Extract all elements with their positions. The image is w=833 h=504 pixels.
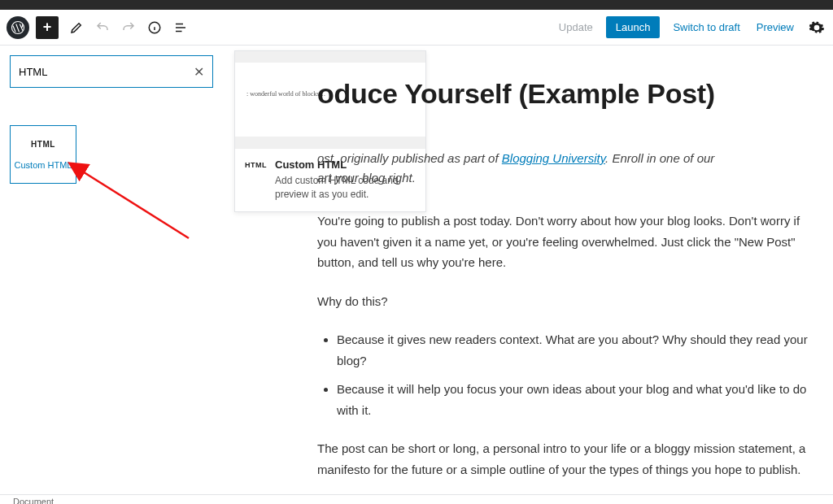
redo-icon[interactable] bbox=[117, 16, 140, 39]
blogging-university-link[interactable]: Blogging University bbox=[502, 151, 605, 165]
list-item[interactable]: Because it gives new readers context. Wh… bbox=[337, 329, 809, 371]
editor-canvas[interactable]: oduce Yourself (Example Post) ost, origi… bbox=[223, 46, 833, 494]
edit-icon[interactable] bbox=[65, 16, 88, 39]
post-title[interactable]: oduce Yourself (Example Post) bbox=[317, 78, 809, 110]
undo-icon[interactable] bbox=[91, 16, 114, 39]
update-button: Update bbox=[551, 21, 601, 33]
paragraph[interactable]: You're going to publish a post today. Do… bbox=[317, 211, 809, 273]
browser-chrome bbox=[0, 0, 833, 10]
settings-icon[interactable] bbox=[807, 18, 826, 37]
bullet-list[interactable]: Because it gives new readers context. Wh… bbox=[337, 329, 809, 420]
intro-text-2: . Enroll in one of our bbox=[605, 151, 714, 165]
block-inserter-panel: ✕ HTML Custom HTML bbox=[0, 46, 223, 193]
paragraph[interactable]: Why do this? bbox=[317, 291, 809, 312]
outline-icon[interactable] bbox=[169, 16, 192, 39]
bottom-breadcrumb: Document bbox=[0, 494, 833, 504]
post-body[interactable]: You're going to publish a post today. Do… bbox=[317, 211, 809, 480]
switch-to-draft-button[interactable]: Switch to draft bbox=[665, 21, 748, 33]
launch-button[interactable]: Launch bbox=[606, 16, 661, 38]
intro-text-3: art your blog right. bbox=[317, 171, 416, 185]
breadcrumb-document[interactable]: Document bbox=[13, 497, 54, 504]
block-item-label: Custom HTML bbox=[15, 160, 72, 170]
clear-search-icon[interactable]: ✕ bbox=[194, 64, 204, 80]
list-item[interactable]: Because it will help you focus your own … bbox=[337, 379, 809, 420]
post-intro[interactable]: ost, originally published as part of Blo… bbox=[317, 149, 809, 188]
paragraph[interactable]: The post can be short or long, a persona… bbox=[317, 438, 809, 480]
block-search-input[interactable] bbox=[19, 66, 194, 78]
block-custom-html[interactable]: HTML Custom HTML bbox=[10, 125, 76, 184]
preview-button[interactable]: Preview bbox=[748, 21, 802, 33]
info-icon[interactable] bbox=[143, 16, 166, 39]
wordpress-logo[interactable] bbox=[7, 16, 29, 39]
block-search-box: ✕ bbox=[10, 55, 213, 88]
add-block-button[interactable]: + bbox=[36, 16, 59, 39]
html-icon: HTML bbox=[31, 140, 55, 149]
intro-text-1: ost, originally published as part of bbox=[317, 151, 502, 165]
editor-toolbar: + Update Launch Switch to draft Preview bbox=[0, 10, 833, 46]
